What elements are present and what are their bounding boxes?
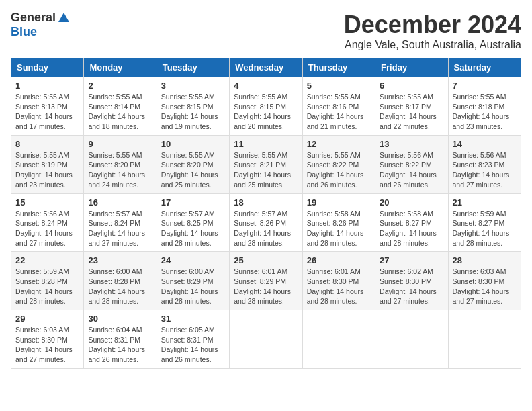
calendar-cell: 27Sunrise: 6:02 AM Sunset: 8:30 PM Dayli… xyxy=(375,252,448,310)
calendar-cell: 19Sunrise: 5:58 AM Sunset: 8:26 PM Dayli… xyxy=(302,193,375,252)
calendar-cell: 9Sunrise: 5:55 AM Sunset: 8:20 PM Daylig… xyxy=(84,135,157,193)
calendar-cell xyxy=(448,310,521,369)
header: General Blue December 2024 Angle Vale, S… xyxy=(11,11,521,51)
calendar-cell: 21Sunrise: 5:59 AM Sunset: 8:27 PM Dayli… xyxy=(448,193,521,252)
calendar-header-row: SundayMondayTuesdayWednesdayThursdayFrid… xyxy=(11,58,521,77)
calendar-cell: 26Sunrise: 6:01 AM Sunset: 8:30 PM Dayli… xyxy=(302,252,375,310)
calendar-cell: 12Sunrise: 5:55 AM Sunset: 8:22 PM Dayli… xyxy=(302,135,375,193)
day-info: Sunrise: 5:55 AM Sunset: 8:17 PM Dayligh… xyxy=(380,92,443,132)
day-number: 14 xyxy=(453,139,517,149)
day-number: 15 xyxy=(15,197,79,208)
header-day-saturday: Saturday xyxy=(448,58,521,77)
day-info: Sunrise: 5:55 AM Sunset: 8:15 PM Dayligh… xyxy=(161,92,225,132)
day-info: Sunrise: 6:03 AM Sunset: 8:30 PM Dayligh… xyxy=(15,325,79,365)
week-row-4: 22Sunrise: 5:59 AM Sunset: 8:28 PM Dayli… xyxy=(11,252,521,310)
calendar-cell: 13Sunrise: 5:56 AM Sunset: 8:22 PM Dayli… xyxy=(375,135,448,193)
svg-marker-0 xyxy=(58,13,69,22)
calendar-cell: 18Sunrise: 5:57 AM Sunset: 8:26 PM Dayli… xyxy=(230,193,302,252)
week-row-3: 15Sunrise: 5:56 AM Sunset: 8:24 PM Dayli… xyxy=(11,193,521,252)
day-info: Sunrise: 5:56 AM Sunset: 8:23 PM Dayligh… xyxy=(453,150,517,190)
day-info: Sunrise: 5:55 AM Sunset: 8:21 PM Dayligh… xyxy=(234,150,298,190)
calendar-cell: 31Sunrise: 6:05 AM Sunset: 8:31 PM Dayli… xyxy=(157,310,229,369)
day-info: Sunrise: 6:04 AM Sunset: 8:31 PM Dayligh… xyxy=(88,325,152,365)
calendar: SundayMondayTuesdayWednesdayThursdayFrid… xyxy=(11,58,521,369)
day-number: 19 xyxy=(307,197,371,208)
day-number: 24 xyxy=(161,255,225,265)
calendar-cell: 23Sunrise: 6:00 AM Sunset: 8:28 PM Dayli… xyxy=(84,252,157,310)
day-info: Sunrise: 6:05 AM Sunset: 8:31 PM Dayligh… xyxy=(161,325,225,365)
day-number: 21 xyxy=(453,197,517,208)
day-number: 22 xyxy=(15,255,79,265)
logo: General Blue xyxy=(11,11,71,39)
day-info: Sunrise: 5:55 AM Sunset: 8:16 PM Dayligh… xyxy=(307,92,371,132)
month-title: December 2024 xyxy=(344,11,521,39)
day-number: 16 xyxy=(88,197,152,208)
calendar-cell: 4Sunrise: 5:55 AM Sunset: 8:15 PM Daylig… xyxy=(230,77,302,136)
day-number: 29 xyxy=(15,314,79,324)
calendar-cell: 1Sunrise: 5:55 AM Sunset: 8:13 PM Daylig… xyxy=(11,77,84,136)
day-number: 25 xyxy=(234,255,298,265)
day-info: Sunrise: 5:58 AM Sunset: 8:27 PM Dayligh… xyxy=(380,209,443,248)
calendar-cell: 10Sunrise: 5:55 AM Sunset: 8:20 PM Dayli… xyxy=(157,135,229,193)
day-number: 8 xyxy=(15,139,79,149)
calendar-cell xyxy=(302,310,375,369)
logo-icon xyxy=(57,11,71,25)
day-number: 27 xyxy=(380,255,443,265)
day-number: 12 xyxy=(307,139,371,149)
header-day-thursday: Thursday xyxy=(302,58,375,77)
header-day-sunday: Sunday xyxy=(11,58,84,77)
day-info: Sunrise: 5:55 AM Sunset: 8:15 PM Dayligh… xyxy=(234,92,298,132)
day-info: Sunrise: 5:56 AM Sunset: 8:22 PM Dayligh… xyxy=(380,150,443,190)
day-number: 17 xyxy=(161,197,225,208)
day-info: Sunrise: 5:58 AM Sunset: 8:26 PM Dayligh… xyxy=(307,209,371,248)
header-day-tuesday: Tuesday xyxy=(157,58,229,77)
day-number: 18 xyxy=(234,197,298,208)
day-number: 9 xyxy=(88,139,152,149)
day-number: 10 xyxy=(161,139,225,149)
calendar-cell: 24Sunrise: 6:00 AM Sunset: 8:29 PM Dayli… xyxy=(157,252,229,310)
day-number: 2 xyxy=(88,81,152,91)
day-number: 5 xyxy=(307,81,371,91)
day-number: 3 xyxy=(161,81,225,91)
day-info: Sunrise: 5:57 AM Sunset: 8:25 PM Dayligh… xyxy=(161,209,225,248)
week-row-2: 8Sunrise: 5:55 AM Sunset: 8:19 PM Daylig… xyxy=(11,135,521,193)
day-info: Sunrise: 5:55 AM Sunset: 8:13 PM Dayligh… xyxy=(15,92,79,132)
day-info: Sunrise: 5:55 AM Sunset: 8:14 PM Dayligh… xyxy=(88,92,152,132)
day-info: Sunrise: 5:55 AM Sunset: 8:20 PM Dayligh… xyxy=(161,150,225,190)
calendar-cell xyxy=(230,310,302,369)
day-number: 1 xyxy=(15,81,79,91)
day-number: 28 xyxy=(453,255,517,265)
calendar-cell: 30Sunrise: 6:04 AM Sunset: 8:31 PM Dayli… xyxy=(84,310,157,369)
calendar-cell: 17Sunrise: 5:57 AM Sunset: 8:25 PM Dayli… xyxy=(157,193,229,252)
day-info: Sunrise: 5:57 AM Sunset: 8:26 PM Dayligh… xyxy=(234,209,298,248)
calendar-cell: 15Sunrise: 5:56 AM Sunset: 8:24 PM Dayli… xyxy=(11,193,84,252)
calendar-cell: 20Sunrise: 5:58 AM Sunset: 8:27 PM Dayli… xyxy=(375,193,448,252)
day-info: Sunrise: 5:55 AM Sunset: 8:20 PM Dayligh… xyxy=(88,150,152,190)
day-number: 6 xyxy=(380,81,443,91)
calendar-cell: 6Sunrise: 5:55 AM Sunset: 8:17 PM Daylig… xyxy=(375,77,448,136)
day-number: 26 xyxy=(307,255,371,265)
header-day-friday: Friday xyxy=(375,58,448,77)
header-day-wednesday: Wednesday xyxy=(230,58,302,77)
calendar-cell: 29Sunrise: 6:03 AM Sunset: 8:30 PM Dayli… xyxy=(11,310,84,369)
day-info: Sunrise: 5:59 AM Sunset: 8:28 PM Dayligh… xyxy=(15,267,79,306)
day-number: 30 xyxy=(88,314,152,324)
calendar-cell: 7Sunrise: 5:55 AM Sunset: 8:18 PM Daylig… xyxy=(448,77,521,136)
day-info: Sunrise: 5:55 AM Sunset: 8:22 PM Dayligh… xyxy=(307,150,371,190)
title-area: December 2024 Angle Vale, South Australi… xyxy=(344,11,521,51)
day-number: 31 xyxy=(161,314,225,324)
calendar-cell: 14Sunrise: 5:56 AM Sunset: 8:23 PM Dayli… xyxy=(448,135,521,193)
day-info: Sunrise: 5:55 AM Sunset: 8:19 PM Dayligh… xyxy=(15,150,79,190)
day-info: Sunrise: 6:00 AM Sunset: 8:28 PM Dayligh… xyxy=(88,267,152,306)
day-number: 7 xyxy=(453,81,517,91)
location-title: Angle Vale, South Australia, Australia xyxy=(344,39,521,51)
calendar-cell: 11Sunrise: 5:55 AM Sunset: 8:21 PM Dayli… xyxy=(230,135,302,193)
header-day-monday: Monday xyxy=(84,58,157,77)
day-number: 20 xyxy=(380,197,443,208)
day-number: 23 xyxy=(88,255,152,265)
calendar-cell: 3Sunrise: 5:55 AM Sunset: 8:15 PM Daylig… xyxy=(157,77,229,136)
day-number: 11 xyxy=(234,139,298,149)
calendar-cell: 22Sunrise: 5:59 AM Sunset: 8:28 PM Dayli… xyxy=(11,252,84,310)
day-info: Sunrise: 5:59 AM Sunset: 8:27 PM Dayligh… xyxy=(453,209,517,248)
day-info: Sunrise: 5:56 AM Sunset: 8:24 PM Dayligh… xyxy=(15,209,79,248)
